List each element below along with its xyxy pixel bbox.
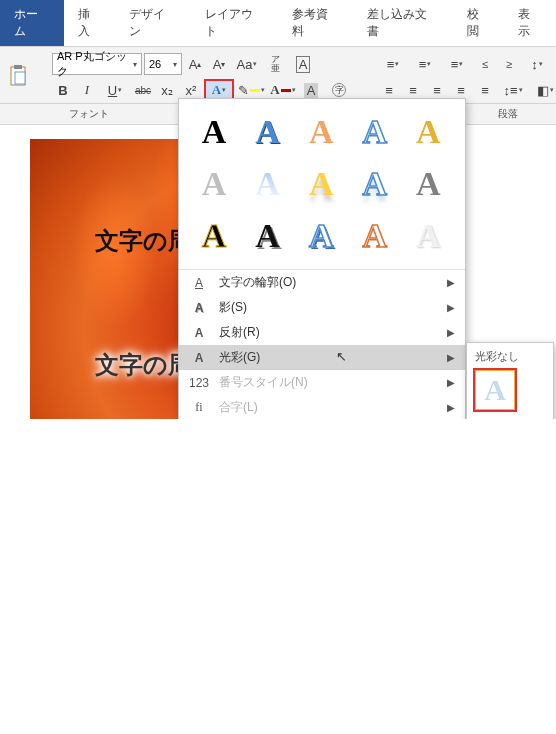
- fx-shadow-label: 影(S): [219, 299, 247, 316]
- ribbon-tabs: ホーム 挿入 デザイン レイアウト 参考資料 差し込み文書 校閲 表示: [0, 0, 556, 47]
- chevron-right-icon: ▶: [447, 277, 455, 288]
- line-spacing-button[interactable]: ↕≡▾: [498, 79, 528, 101]
- fx-preset-15[interactable]: A: [407, 215, 449, 257]
- shading-button[interactable]: ◧▾: [530, 79, 556, 101]
- fx-shadow-item[interactable]: A 影(S) ▶: [179, 295, 465, 320]
- chevron-right-icon: ▶: [447, 402, 455, 413]
- shadow-icon: A: [189, 301, 209, 315]
- numbering-icon: ≡: [419, 57, 427, 72]
- tab-mailings[interactable]: 差し込み文書: [353, 0, 452, 46]
- bullets-button[interactable]: ≡▾: [378, 53, 408, 75]
- text-direction-button[interactable]: ↕▾: [522, 53, 552, 75]
- text-effects-gallery: A A A A A A A A A A A A A A A: [179, 99, 465, 269]
- fx-preset-3[interactable]: A: [300, 111, 342, 153]
- number-style-icon: 123: [189, 376, 209, 390]
- text-direction-icon: ↕: [531, 57, 538, 72]
- fx-outline-item[interactable]: A 文字の輪郭(O) ▶: [179, 270, 465, 295]
- font-name-select[interactable]: AR P丸ゴシック▾: [52, 53, 142, 75]
- font-group-label: フォント: [0, 104, 178, 124]
- line-spacing-icon: ↕≡: [503, 83, 517, 98]
- chevron-right-icon: ▶: [447, 327, 455, 338]
- glow-none-option[interactable]: A: [473, 368, 517, 412]
- chevron-right-icon: ▶: [447, 302, 455, 313]
- highlight-icon: ✎: [238, 83, 249, 98]
- fx-preset-4[interactable]: A: [354, 111, 396, 153]
- fx-preset-1[interactable]: A: [193, 111, 235, 153]
- svg-rect-1: [14, 65, 22, 69]
- distribute-button[interactable]: ≡: [474, 79, 496, 101]
- font-size-value: 26: [149, 58, 161, 70]
- text-effects-submenu: A 文字の輪郭(O) ▶ A 影(S) ▶ A 反射(R) ▶ A 光彩(G) …: [179, 269, 465, 419]
- glow-none-header: 光彩なし: [473, 347, 547, 368]
- chevron-right-icon: ▶: [447, 377, 455, 388]
- bullets-icon: ≡: [387, 57, 395, 72]
- shrink-font-button[interactable]: A▾: [208, 53, 230, 75]
- fx-outline-label: 文字の輪郭(O): [219, 274, 296, 291]
- strike-button[interactable]: abc: [132, 79, 154, 101]
- tab-design[interactable]: デザイン: [115, 0, 190, 46]
- fx-preset-5[interactable]: A: [407, 111, 449, 153]
- char-border-button[interactable]: A: [288, 53, 318, 75]
- ligature-icon: fi: [189, 400, 209, 415]
- fx-reflection-label: 反射(R): [219, 324, 260, 341]
- fx-ligature-item: fi 合字(L) ▶: [179, 395, 465, 419]
- change-case-button[interactable]: Aa▾: [232, 53, 262, 75]
- fx-preset-13[interactable]: A: [300, 215, 342, 257]
- bucket-icon: ◧: [537, 83, 549, 98]
- fx-preset-9[interactable]: A: [354, 163, 396, 205]
- glow-icon: A: [189, 351, 209, 365]
- grow-font-button[interactable]: A▴: [184, 53, 206, 75]
- fx-reflection-item[interactable]: A 反射(R) ▶: [179, 320, 465, 345]
- indent-increase-button[interactable]: ≥: [498, 53, 520, 75]
- glow-variants-header: 光彩の種類: [473, 418, 547, 419]
- fx-preset-11[interactable]: A: [193, 215, 235, 257]
- ruby-button[interactable]: ア亜: [264, 53, 286, 75]
- fx-preset-8[interactable]: A: [300, 163, 342, 205]
- svg-rect-2: [15, 72, 25, 84]
- ribbon: AR P丸ゴシック▾ 26▾ A▴ A▾ Aa▾ ア亜 A B I U▾ abc…: [0, 47, 556, 104]
- chevron-down-icon: ▾: [133, 60, 137, 69]
- tab-insert[interactable]: 挿入: [64, 0, 116, 46]
- tab-layout[interactable]: レイアウト: [191, 0, 278, 46]
- chevron-right-icon: ▶: [447, 352, 455, 363]
- tab-view[interactable]: 表示: [504, 0, 556, 46]
- fx-glow-label: 光彩(G): [219, 349, 260, 366]
- glow-submenu: 光彩なし A 光彩の種類 A A A A A A: [466, 342, 554, 419]
- paragraph-group: ≡▾ ≡▾ ≡▾ ≤ ≥ ↕▾ ≡ ≡ ≡ ≡ ≡ ↕≡▾ ◧▾ ⊞▾: [378, 53, 556, 101]
- reflection-icon: A: [189, 326, 209, 340]
- numbering-button[interactable]: ≡▾: [410, 53, 440, 75]
- paste-button[interactable]: [8, 53, 28, 99]
- italic-button[interactable]: I: [76, 79, 98, 101]
- fx-glow-item[interactable]: A 光彩(G) ↖ ▶: [179, 345, 465, 370]
- multilevel-icon: ≡: [451, 57, 459, 72]
- fx-preset-7[interactable]: A: [247, 163, 289, 205]
- fx-ligature-label: 合字(L): [219, 399, 258, 416]
- subscript-button[interactable]: x₂: [156, 79, 178, 101]
- fx-number-style-label: 番号スタイル(N): [219, 374, 308, 391]
- cursor-icon: ↖: [336, 349, 347, 364]
- tab-references[interactable]: 参考資料: [278, 0, 353, 46]
- text-effects-dropdown: A A A A A A A A A A A A A A A A 文字の輪郭(O)…: [178, 98, 466, 419]
- font-size-select[interactable]: 26▾: [144, 53, 182, 75]
- bold-button[interactable]: B: [52, 79, 74, 101]
- font-group: AR P丸ゴシック▾ 26▾ A▴ A▾ Aa▾ ア亜 A B I U▾ abc…: [52, 53, 354, 101]
- tab-review[interactable]: 校閲: [453, 0, 505, 46]
- clipboard-icon: [8, 64, 28, 88]
- font-name-value: AR P丸ゴシック: [57, 49, 133, 79]
- fx-number-style-item: 123 番号スタイル(N) ▶: [179, 370, 465, 395]
- paragraph-group-label: 段落: [468, 104, 548, 124]
- indent-decrease-button[interactable]: ≤: [474, 53, 496, 75]
- chevron-down-icon: ▾: [173, 60, 177, 69]
- fx-preset-12[interactable]: A: [247, 215, 289, 257]
- fx-preset-10[interactable]: A: [407, 163, 449, 205]
- fx-preset-14[interactable]: A: [354, 215, 396, 257]
- underline-button[interactable]: U▾: [100, 79, 130, 101]
- fx-preset-2[interactable]: A: [247, 111, 289, 153]
- multilevel-button[interactable]: ≡▾: [442, 53, 472, 75]
- outline-icon: A: [189, 276, 209, 290]
- fx-preset-6[interactable]: A: [193, 163, 235, 205]
- tab-home[interactable]: ホーム: [0, 0, 64, 46]
